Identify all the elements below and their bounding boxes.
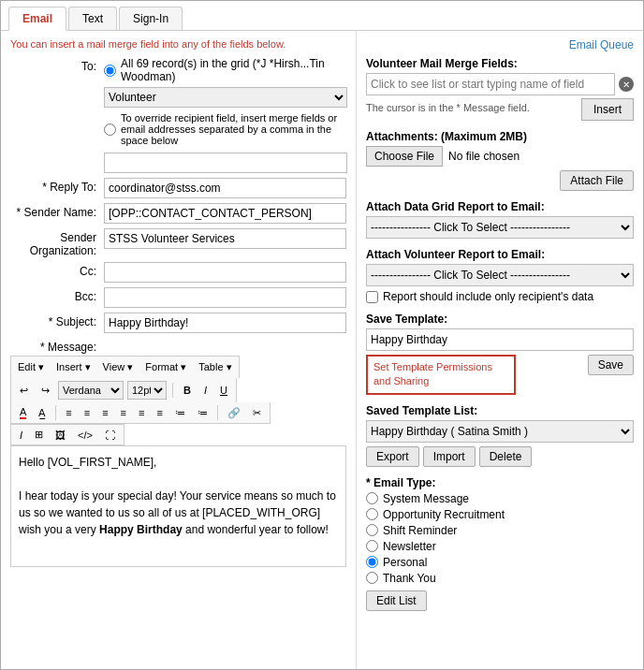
cc-input[interactable] (104, 262, 346, 283)
tab-email[interactable]: Email (8, 7, 66, 31)
justify-btn[interactable]: ≡ (116, 405, 131, 420)
bcc-input[interactable] (104, 287, 346, 308)
email-type-thankyou[interactable]: Thank You (366, 572, 634, 585)
to-row: To: All 69 record(s) in the grid (*J *Hi… (10, 57, 346, 173)
edit-menu[interactable]: Edit ▾ (13, 359, 49, 375)
view-menu[interactable]: View ▾ (98, 359, 139, 375)
edit-list-btn[interactable]: Edit List (366, 590, 427, 611)
email-type-personal[interactable]: Personal (366, 556, 634, 569)
email-type-thankyou-label: Thank You (383, 572, 436, 585)
align-center-btn[interactable]: ≡ (80, 405, 95, 420)
align5-btn[interactable]: ≡ (152, 405, 167, 420)
email-type-label: * Email Type: (366, 476, 634, 489)
insert-menu[interactable]: Insert ▾ (51, 359, 95, 375)
message-row: * Message: Edit ▾ Insert ▾ View ▾ Format… (10, 338, 346, 567)
to-label: To: (10, 57, 104, 73)
table-menu[interactable]: Table ▾ (194, 359, 236, 375)
photo-btn[interactable]: 🖼 (51, 428, 70, 443)
tab-text[interactable]: Text (68, 7, 117, 30)
save-template-btn[interactable]: Save (588, 355, 634, 375)
reply-to-input[interactable] (104, 178, 346, 198)
saved-list-select[interactable]: Happy Birthday ( Satina Smith ) (366, 420, 634, 443)
insert-btn[interactable]: Insert (581, 98, 634, 121)
email-type-shift-radio[interactable] (366, 524, 378, 536)
email-type-thankyou-radio[interactable] (366, 572, 378, 584)
formatting-bar: ↩ ↪ Verdana 12pt B I U (10, 378, 237, 402)
sender-name-label: * Sender Name: (10, 203, 104, 219)
clear-merge-btn[interactable]: ✕ (619, 77, 634, 92)
attach-grid-label: Attach Data Grid Report to Email: (366, 200, 634, 213)
email-type-newsletter[interactable]: Newsletter (366, 540, 634, 553)
ordered-list-btn[interactable]: ≔ (193, 405, 212, 421)
link-btn[interactable]: 🔗 (223, 405, 245, 421)
to-all-label: All 69 record(s) in the grid (*J *Hirsh.… (121, 57, 347, 83)
attachments-section: Attachments: (Maximum 2MB) Choose File N… (366, 130, 634, 191)
email-type-personal-radio[interactable] (366, 556, 378, 568)
align-left-btn[interactable]: ≡ (61, 405, 76, 420)
email-type-newsletter-radio[interactable] (366, 540, 378, 552)
export-btn[interactable]: Export (366, 446, 419, 467)
attach-grid-select[interactable]: ---------------- Click To Select -------… (366, 216, 634, 239)
align-right-btn[interactable]: ≡ (97, 405, 112, 420)
subject-input[interactable] (104, 313, 346, 333)
font-color-btn[interactable]: A (15, 404, 31, 421)
to-all-radio[interactable] (104, 65, 116, 77)
to-all-radio-row[interactable]: All 69 record(s) in the grid (*J *Hirsh.… (104, 57, 347, 83)
email-type-personal-label: Personal (383, 556, 427, 569)
code-btn[interactable]: </> (73, 428, 97, 443)
to-override-radio[interactable] (104, 124, 116, 136)
attach-file-btn[interactable]: Attach File (560, 170, 634, 191)
email-queue-link[interactable]: Email Queue (569, 38, 634, 51)
undo-btn[interactable]: ↩ (15, 383, 33, 399)
message-toolbar: Edit ▾ Insert ▾ View ▾ Format ▾ Table ▾ (10, 356, 240, 378)
attach-volunteer-label: Attach Volunteer Report to Email: (366, 248, 634, 261)
to-override-radio-row[interactable]: To override recipient field, insert merg… (104, 112, 347, 146)
save-template-input[interactable] (366, 328, 634, 351)
italic-btn[interactable]: I (199, 383, 212, 398)
format-menu[interactable]: Format ▾ (140, 359, 191, 375)
email-type-section: * Email Type: System Message Opportunity… (366, 476, 634, 611)
bcc-label: Bcc: (10, 287, 104, 303)
attach-volunteer-select[interactable]: ---------------- Click To Select -------… (366, 264, 634, 286)
merge-field-input[interactable] (366, 73, 615, 95)
saved-list-section: Saved Template List: Happy Birthday ( Sa… (366, 404, 634, 467)
font-size-select[interactable]: 12pt (127, 381, 167, 400)
choose-file-btn[interactable]: Choose File (366, 146, 443, 167)
set-permissions-link[interactable]: Set Template Permissions and Sharing (366, 355, 516, 395)
right-header: Email Queue (366, 38, 634, 51)
import-btn[interactable]: Import (423, 446, 476, 467)
redo-btn[interactable]: ↪ (37, 383, 54, 399)
bg-color-btn[interactable]: A̲ (34, 405, 51, 421)
italic2-btn[interactable]: I (15, 428, 27, 443)
save-template-row (366, 328, 634, 351)
right-panel: Email Queue Volunteer Mail Merge Fields:… (357, 31, 643, 669)
merge-fields-section: Volunteer Mail Merge Fields: ✕ The curso… (366, 57, 634, 121)
cursor-note: The cursor is in the * Message field. (366, 102, 530, 113)
special-btn[interactable]: ✂ (248, 405, 266, 421)
email-type-system[interactable]: System Message (366, 492, 634, 505)
email-type-opportunity-radio[interactable] (366, 508, 378, 520)
bold-btn[interactable]: B (179, 383, 196, 398)
volunteer-select-row: Volunteer (104, 87, 347, 108)
report-checkbox[interactable] (366, 291, 378, 303)
email-type-opportunity[interactable]: Opportunity Recruitment (366, 508, 634, 521)
fullscreen-btn[interactable]: ⛶ (100, 428, 120, 443)
delete-btn[interactable]: Delete (479, 446, 533, 467)
no-file-chosen: No file chosen (448, 150, 520, 163)
subject-label: * Subject: (10, 313, 104, 328)
unordered-list-btn[interactable]: ≔ (170, 405, 190, 421)
to-override-input[interactable] (104, 153, 347, 173)
message-editor[interactable]: Hello [VOL_FIRST_NAME], I hear today is … (10, 445, 346, 567)
sender-org-input[interactable] (104, 228, 346, 249)
sender-name-input[interactable] (104, 203, 346, 224)
tab-signin[interactable]: Sign-In (119, 7, 183, 30)
underline-btn[interactable]: U (215, 383, 232, 398)
volunteer-dropdown[interactable]: Volunteer (104, 87, 347, 108)
email-type-system-radio[interactable] (366, 492, 378, 504)
align4-btn[interactable]: ≡ (134, 405, 149, 420)
img-btn[interactable]: ⊞ (30, 427, 48, 443)
font-family-select[interactable]: Verdana (58, 381, 124, 400)
merge-fields-label: Volunteer Mail Merge Fields: (366, 57, 634, 70)
email-type-shift[interactable]: Shift Reminder (366, 524, 634, 537)
message-label: * Message: (10, 338, 104, 354)
